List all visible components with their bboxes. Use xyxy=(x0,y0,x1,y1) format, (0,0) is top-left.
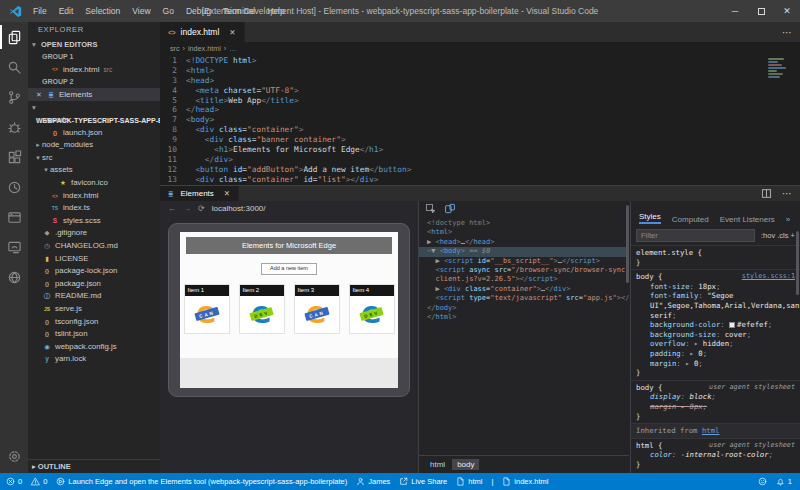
expand-icon[interactable]: ▸ xyxy=(685,359,694,368)
remote-explorer-icon[interactable] xyxy=(0,262,28,292)
dom-node[interactable]: <script type="text/javascript" src="app.… xyxy=(419,294,629,303)
breadcrumb-item[interactable]: src xyxy=(170,44,180,53)
dom-node[interactable]: ▶ <script id="__bs_script__">…</script> xyxy=(419,257,629,266)
maximize-icon[interactable] xyxy=(748,0,774,22)
menu-file[interactable]: File xyxy=(27,0,53,22)
close-tab-icon[interactable]: ✕ xyxy=(229,28,235,37)
status-launch[interactable]: Launch Edge and open the Elements tool (… xyxy=(56,477,347,486)
test-clock-icon[interactable] xyxy=(0,172,28,202)
color-swatch[interactable] xyxy=(729,322,735,328)
code-editor[interactable]: 1<!DOCTYPE html>2<html>3<head>4 <meta ch… xyxy=(160,54,800,185)
css-property[interactable]: font-size: 18px; xyxy=(636,282,795,292)
edge-devtools-icon[interactable] xyxy=(0,232,28,262)
css-property[interactable]: margin ▸ 8px; xyxy=(636,402,795,412)
dom-node[interactable]: client.js?v=2.26.5"></script> xyxy=(419,275,629,284)
extensions-icon[interactable] xyxy=(0,142,28,172)
source-control-icon[interactable] xyxy=(0,82,28,112)
split-editor-icon[interactable] xyxy=(761,188,772,199)
editor-actions-icon[interactable]: ⋯ xyxy=(782,27,792,38)
expand-icon[interactable]: ▸ xyxy=(676,402,689,411)
add-new-item-button[interactable]: Add a new item xyxy=(261,263,317,275)
scrollbar[interactable] xyxy=(626,205,629,283)
tree-item-src[interactable]: ▾src xyxy=(28,152,160,165)
status-error[interactable]: 0 xyxy=(6,477,22,486)
status-bell[interactable]: 1 xyxy=(776,477,792,486)
dom-node[interactable]: ⋯▼ <body> == $0 xyxy=(419,247,629,256)
dom-node[interactable]: </html> xyxy=(419,313,629,322)
dom-tree[interactable]: <!doctype html><html>▶ <head>…</head>⋯▼ … xyxy=(419,216,629,455)
inspect-element-icon[interactable] xyxy=(425,203,436,214)
tree-item-readme-md[interactable]: ⓘREADME.md xyxy=(28,290,160,303)
dom-crumb-body[interactable]: body xyxy=(452,459,479,470)
forward-icon[interactable]: → xyxy=(183,204,191,213)
explorer-icon[interactable] xyxy=(0,22,28,52)
outline-section[interactable]: ▸ OUTLINE xyxy=(28,459,160,473)
css-property[interactable]: padding: ▸ 0; xyxy=(636,349,795,359)
dom-crumb-html[interactable]: html xyxy=(425,459,450,470)
tree-item-serve-js[interactable]: JSserve.js xyxy=(28,303,160,316)
menu-debug[interactable]: Debug xyxy=(180,0,217,22)
back-icon[interactable]: ← xyxy=(168,204,176,213)
scrollbar[interactable] xyxy=(796,231,799,295)
tree-item-package-lock-json[interactable]: {}package-lock.json xyxy=(28,265,160,278)
css-property[interactable]: background-color: #efefef; xyxy=(636,320,795,330)
menu-selection[interactable]: Selection xyxy=(79,0,126,22)
tree-item-node-modules[interactable]: ▸node_modules xyxy=(28,139,160,152)
css-rule[interactable]: element.style {} xyxy=(631,245,800,269)
open-editors-section[interactable]: ▾OPEN EDITORS xyxy=(28,38,160,51)
css-rule[interactable]: styles.scss:1body {font-size: 18px;font-… xyxy=(631,269,800,380)
tree-item-index-ts[interactable]: TSindex.ts xyxy=(28,202,160,215)
menu-terminal[interactable]: Terminal xyxy=(217,0,261,22)
dom-node[interactable]: <html> xyxy=(419,228,629,237)
breadcrumb-item[interactable]: … xyxy=(229,44,236,53)
menu-go[interactable]: Go xyxy=(157,0,180,22)
open-editor-elements[interactable]: ✕≣Elements xyxy=(28,88,160,101)
tree-item-license[interactable]: ▮LICENSE xyxy=(28,253,160,266)
styles-tab-computed[interactable]: Computed xyxy=(672,215,709,224)
dom-node[interactable]: <!doctype html> xyxy=(419,219,629,228)
css-property[interactable]: color: -internal-root-color; xyxy=(636,450,795,460)
open-editor-index.html[interactable]: <>index.htmlsrc xyxy=(28,63,160,76)
minimap[interactable] xyxy=(768,58,794,79)
css-property[interactable]: overflow: ▸ hidden; xyxy=(636,339,795,349)
styles-tab--[interactable]: » xyxy=(786,215,790,224)
status-feedback[interactable] xyxy=(758,477,767,486)
dom-node[interactable]: ▶ <head>…</head> xyxy=(419,238,629,247)
menu-edit[interactable]: Edit xyxy=(53,0,80,22)
styles-tab-styles[interactable]: Styles xyxy=(639,212,661,224)
stylesheet-link[interactable]: styles.scss:1 xyxy=(742,272,795,282)
close-editor-icon[interactable]: ✕ xyxy=(36,88,46,101)
folder-root[interactable]: ▾WEBPACK-TYPESCRIPT-SASS-APP-BOILERP... xyxy=(28,101,160,114)
tree-item-favicon-ico[interactable]: ★favicon.ico xyxy=(28,177,160,190)
status-file[interactable]: html xyxy=(456,477,482,486)
tree-item-tslint-json[interactable]: {}tslint.json xyxy=(28,328,160,341)
menu-view[interactable]: View xyxy=(126,0,156,22)
css-property[interactable]: background-size: cover; xyxy=(636,330,795,340)
dom-node[interactable]: ▶ <div class="container">…</div> xyxy=(419,285,629,294)
breadcrumb-item[interactable]: index.html xyxy=(188,44,221,53)
status-person[interactable]: James xyxy=(356,477,390,486)
minimize-icon[interactable]: ─ xyxy=(722,0,748,22)
more-actions-icon[interactable]: ⋯ xyxy=(782,188,792,199)
styles-tab-event-listeners[interactable]: Event Listeners xyxy=(720,215,775,224)
tree-item-yarn-lock[interactable]: yyarn.lock xyxy=(28,353,160,366)
close-icon[interactable]: ✕ xyxy=(774,0,800,22)
tree-item--gitignore[interactable]: ◆.gitignore xyxy=(28,227,160,240)
expand-icon[interactable]: ▸ xyxy=(694,339,703,348)
menu-help[interactable]: Help xyxy=(261,0,290,22)
tab-elements[interactable]: ≣ Elements ✕ xyxy=(160,186,239,201)
settings-icon[interactable] xyxy=(0,441,28,471)
close-tab-icon[interactable]: ✕ xyxy=(224,189,230,198)
tree-item-changelog-md[interactable]: ◷CHANGELOG.md xyxy=(28,240,160,253)
filter-input[interactable]: Filter xyxy=(636,229,755,242)
css-rules[interactable]: element.style {}styles.scss:1body {font-… xyxy=(631,245,800,471)
tree-item-webpack-config-js[interactable]: ◉webpack.config.js xyxy=(28,341,160,354)
device-emulation-icon[interactable] xyxy=(444,203,456,214)
url-text[interactable]: localhost:3000/ xyxy=(212,204,266,213)
search-icon[interactable] xyxy=(0,52,28,82)
dom-node[interactable]: </body> xyxy=(419,304,629,313)
debug-icon[interactable] xyxy=(0,112,28,142)
tree-item-launch-json[interactable]: {}launch.json xyxy=(28,127,160,140)
tree-item-tsconfig-json[interactable]: {}tsconfig.json xyxy=(28,316,160,329)
css-property[interactable]: margin: ▸ 0; xyxy=(636,359,795,369)
